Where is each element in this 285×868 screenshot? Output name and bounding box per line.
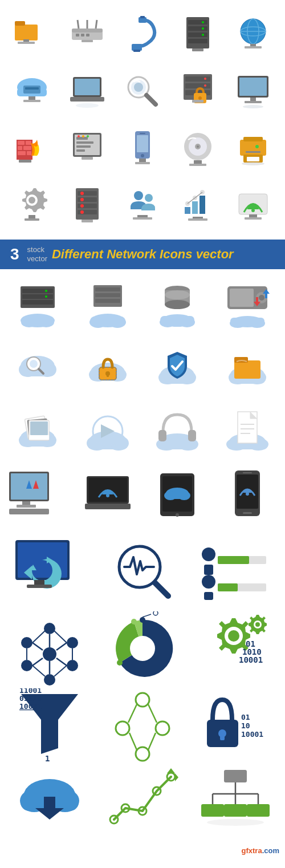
watermark-text: gfxtra.com (242, 846, 279, 855)
svg-rect-42 (70, 97, 104, 102)
bar-chart-server-icon (172, 180, 224, 231)
svg-line-270 (32, 658, 43, 666)
printer-network-icon (227, 123, 279, 174)
svg-rect-127 (188, 218, 207, 221)
wifi-signal-icon (227, 180, 279, 231)
title-banner: 3 stock vector Different Network Icons v… (0, 240, 285, 269)
cloud-row-2 (0, 338, 285, 400)
tablet-cloud-icon (145, 466, 210, 523)
hierarchy-tree-icon (192, 765, 279, 834)
svg-rect-86 (135, 162, 150, 164)
svg-rect-118 (185, 207, 190, 214)
svg-text:10001: 10001 (241, 730, 263, 739)
svg-rect-157 (160, 316, 194, 325)
laptop-icon (61, 66, 113, 117)
svg-line-268 (32, 643, 43, 650)
svg-rect-326 (201, 804, 224, 817)
svg-point-136 (45, 290, 47, 292)
svg-point-252 (202, 547, 215, 561)
analytics-row (0, 526, 285, 611)
svg-rect-5 (72, 29, 103, 33)
watermark: gfxtra.com (0, 842, 285, 858)
laptop-wifi-icon (76, 466, 140, 523)
svg-line-273 (32, 631, 45, 643)
svg-rect-72 (76, 137, 88, 140)
title-main: Different Network Icons vector (52, 247, 234, 262)
svg-point-230 (106, 494, 109, 497)
svg-point-55 (198, 96, 202, 100)
svg-rect-211 (157, 440, 198, 449)
monitor-network-icon (6, 534, 93, 603)
node-network-icon (99, 691, 186, 760)
play-cloud-icon (76, 403, 140, 460)
svg-rect-144 (95, 293, 120, 297)
svg-point-298 (156, 721, 169, 735)
svg-line-303 (148, 733, 156, 750)
watermark-gfxtra: gfxtra (242, 846, 262, 855)
svg-rect-1 (15, 21, 25, 26)
svg-point-266 (43, 647, 56, 661)
svg-text:1: 1 (45, 754, 50, 762)
diagram-row: 01 1010 10001 (0, 611, 285, 691)
svg-point-77 (78, 135, 80, 137)
photo-cloud-icon (6, 403, 70, 460)
svg-text:01010: 01010 (19, 694, 42, 703)
shield-cloud-icon (145, 340, 210, 398)
svg-point-24 (202, 34, 204, 36)
svg-point-296 (136, 693, 149, 707)
svg-rect-3 (18, 42, 35, 44)
network-users-icon (116, 180, 169, 231)
svg-rect-306 (220, 733, 225, 740)
svg-rect-66 (23, 146, 31, 150)
svg-rect-237 (165, 492, 190, 499)
svg-rect-253 (204, 565, 213, 575)
svg-point-238 (176, 513, 179, 517)
svg-text:01: 01 (241, 713, 250, 721)
user-progress-icon (192, 534, 279, 603)
svg-point-280 (140, 617, 145, 623)
svg-rect-94 (243, 137, 263, 141)
pie-chart-icon (99, 614, 186, 683)
svg-rect-12 (82, 40, 93, 42)
svg-line-301 (148, 704, 157, 723)
svg-rect-259 (218, 583, 238, 591)
svg-point-297 (116, 721, 129, 735)
svg-rect-82 (137, 135, 148, 152)
svg-marker-320 (167, 768, 175, 773)
server-red-dots-icon (61, 180, 113, 231)
svg-point-161 (259, 295, 264, 301)
cloud-server-icon (6, 66, 58, 117)
svg-rect-191 (234, 360, 260, 379)
trend-chart-icon (99, 765, 186, 834)
svg-rect-80 (82, 157, 93, 160)
svg-rect-145 (95, 299, 120, 303)
cloud-row-3 (0, 400, 285, 463)
svg-point-47 (134, 83, 143, 92)
svg-line-274 (54, 631, 67, 643)
svg-point-114 (134, 191, 143, 200)
svg-rect-97 (247, 157, 259, 161)
svg-point-78 (82, 135, 84, 137)
document-cloud-icon (215, 403, 280, 460)
svg-rect-21 (188, 39, 207, 43)
svg-rect-6 (76, 34, 79, 36)
svg-rect-113 (82, 220, 93, 222)
search-cloud-icon (6, 340, 70, 398)
svg-rect-96 (246, 151, 260, 153)
svg-line-283 (142, 614, 151, 617)
svg-rect-134 (22, 294, 53, 299)
svg-rect-37 (25, 87, 39, 90)
svg-line-46 (146, 95, 156, 104)
bottom-row-2 (0, 760, 285, 842)
cd-disc-icon (172, 123, 224, 174)
svg-line-300 (128, 704, 137, 723)
svg-point-284 (153, 611, 158, 615)
svg-marker-321 (175, 773, 178, 781)
mesh-network-icon (6, 614, 93, 683)
svg-point-53 (204, 84, 206, 87)
svg-point-260 (44, 623, 55, 634)
svg-point-101 (28, 197, 35, 204)
svg-line-11 (96, 20, 97, 29)
svg-point-52 (204, 78, 206, 80)
svg-point-173 (30, 360, 38, 368)
